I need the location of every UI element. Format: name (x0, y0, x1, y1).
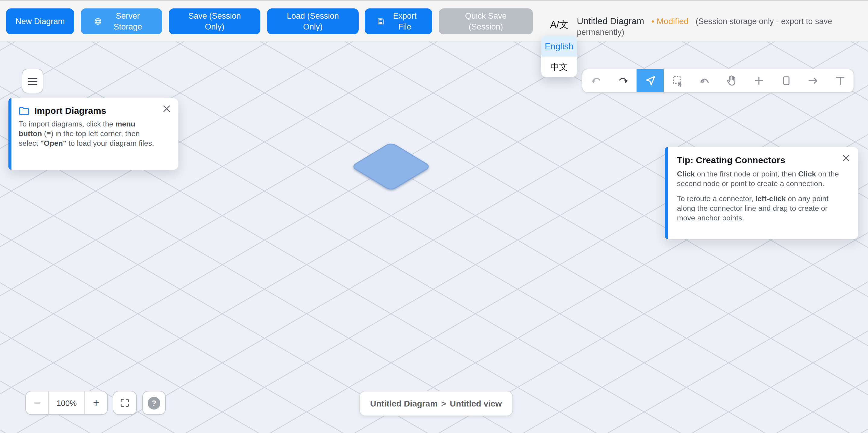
new-diagram-label: New Diagram (16, 16, 65, 27)
tip-card-paragraph-1: Click on the first node or point, then C… (677, 170, 847, 189)
undo-button[interactable] (582, 69, 610, 92)
floppy-icon (376, 18, 384, 25)
quick-save-button[interactable]: Quick Save (Session) (439, 8, 533, 34)
menu-button[interactable] (22, 69, 43, 93)
zoom-level: 100% (48, 392, 85, 414)
rectangle-icon (779, 74, 792, 87)
close-icon (163, 105, 170, 112)
server-storage-button[interactable]: Server Storage (81, 8, 162, 34)
save-session-label: Save (Session Only) (181, 10, 248, 32)
quick-save-label: Quick Save (Session) (459, 10, 513, 32)
redo-icon (616, 74, 629, 87)
text-icon (833, 74, 846, 87)
breadcrumb[interactable]: Untitled Diagram > Untitled view (359, 391, 513, 416)
save-session-button[interactable]: Save (Session Only) (169, 8, 260, 34)
folder-icon (19, 106, 30, 115)
select-tool-button[interactable] (637, 69, 664, 92)
language-toggle-button[interactable]: A/文 (546, 18, 573, 31)
tip-card-paragraph-2: To reroute a connector, left-click on an… (677, 195, 847, 223)
language-option-english[interactable]: English (541, 36, 577, 57)
help-button[interactable]: ? (142, 391, 166, 415)
import-card-body: To import diagrams, click the menu butto… (19, 120, 155, 148)
export-file-button[interactable]: Export File (365, 8, 432, 34)
undo-icon (589, 74, 602, 87)
rectangle-tool-button[interactable] (772, 69, 799, 92)
accent-bar (8, 98, 11, 170)
fit-view-button[interactable] (113, 391, 137, 415)
connector-tool-button[interactable] (799, 69, 827, 92)
header: New Diagram Server Storage Save (Session… (0, 0, 868, 41)
globe-icon (94, 18, 102, 25)
document-title-area: Untitled Diagram • Modified (Session sto… (577, 15, 868, 38)
import-diagrams-card: Import Diagrams To import diagrams, clic… (8, 98, 179, 170)
scribble-icon (698, 74, 711, 87)
breadcrumb-diagram: Untitled Diagram (370, 399, 438, 408)
pan-tool-button[interactable] (718, 69, 745, 92)
zoom-controls: − 100% + (25, 391, 108, 415)
tip-connectors-card: Tip: Creating Connectors Click on the fi… (665, 147, 858, 239)
tip-card-title: Tip: Creating Connectors (677, 155, 849, 165)
import-card-title: Import Diagrams (34, 105, 106, 115)
import-card-close-button[interactable] (163, 105, 170, 112)
text-tool-button[interactable] (827, 69, 854, 92)
plus-icon (752, 74, 765, 87)
server-storage-label: Server Storage (107, 10, 149, 32)
hand-icon (725, 74, 738, 87)
marquee-select-icon (671, 74, 684, 87)
load-session-label: Load (Session Only) (280, 10, 346, 32)
fullscreen-icon (119, 397, 130, 408)
export-file-label: Export File (389, 10, 421, 32)
arrow-right-icon (806, 74, 819, 87)
redo-button[interactable] (610, 69, 637, 92)
close-icon (842, 154, 850, 162)
document-title: Untitled Diagram (577, 16, 644, 26)
zoom-out-button[interactable]: − (26, 392, 48, 414)
help-icon: ? (148, 397, 160, 409)
navigation-cursor-icon (644, 74, 657, 87)
add-node-tool-button[interactable] (745, 69, 772, 92)
marquee-select-tool-button[interactable] (664, 69, 691, 92)
language-option-chinese[interactable]: 中文 (541, 57, 577, 77)
scribble-tool-button[interactable] (691, 69, 718, 92)
breadcrumb-view: Untitled view (450, 399, 502, 408)
zoom-in-button[interactable]: + (85, 392, 107, 414)
app: New Diagram Server Storage Save (Session… (0, 0, 868, 433)
breadcrumb-separator: > (441, 399, 446, 408)
new-diagram-button[interactable]: New Diagram (6, 8, 74, 34)
accent-bar (665, 147, 668, 239)
modified-badge: • Modified (651, 16, 688, 26)
tip-card-close-button[interactable] (842, 154, 850, 162)
language-menu: English 中文 (541, 36, 577, 77)
load-session-button[interactable]: Load (Session Only) (267, 8, 359, 34)
tool-palette (582, 69, 854, 93)
hamburger-icon (27, 77, 38, 85)
